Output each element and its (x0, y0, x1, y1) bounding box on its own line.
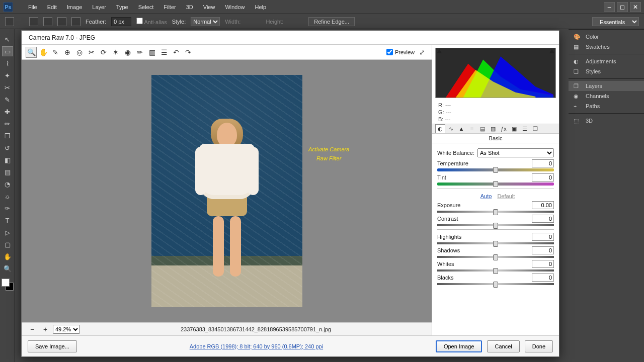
move-tool-icon[interactable]: ↖ (2, 34, 13, 44)
blacks-input[interactable] (532, 274, 554, 282)
pen-tool-icon[interactable]: ✑ (2, 203, 13, 213)
cr-rotate-cw-icon[interactable]: ↷ (183, 47, 194, 58)
tab-detail-icon[interactable]: ▲ (456, 124, 466, 133)
highlight-clip-icon[interactable] (549, 49, 554, 53)
healing-tool-icon[interactable]: ✚ (2, 107, 13, 117)
shape-tool-icon[interactable]: ▢ (2, 239, 13, 249)
eraser-tool-icon[interactable]: ◧ (2, 155, 13, 165)
cr-prefs-tool-icon[interactable]: ☰ (158, 47, 170, 58)
preview-checkbox[interactable] (386, 49, 393, 55)
feather-input[interactable] (111, 17, 131, 26)
temperature-slider[interactable] (437, 168, 554, 171)
open-image-button[interactable]: Open Image (436, 340, 482, 352)
new-selection-icon[interactable] (29, 17, 38, 26)
marquee-tool-icon[interactable] (5, 17, 14, 26)
default-link[interactable]: Default (497, 193, 515, 199)
tab-camera-icon[interactable]: ▣ (509, 124, 519, 133)
menu-filter[interactable]: Filter (158, 0, 181, 14)
cr-grad-filter-icon[interactable]: ▥ (146, 47, 157, 58)
panel-channels[interactable]: ◉Channels (569, 91, 644, 101)
blur-tool-icon[interactable]: ◔ (2, 179, 13, 189)
contrast-input[interactable] (532, 215, 554, 223)
antialias-checkbox[interactable] (136, 18, 143, 24)
auto-link[interactable]: Auto (480, 193, 492, 199)
temperature-input[interactable] (532, 159, 554, 167)
dodge-tool-icon[interactable]: ☼ (2, 191, 13, 201)
menu-file[interactable]: File (23, 0, 42, 14)
tint-input[interactable] (532, 173, 554, 182)
blacks-slider[interactable] (437, 283, 554, 285)
menu-select[interactable]: Select (133, 0, 159, 14)
cr-zoom-tool-icon[interactable]: 🔍 (26, 47, 37, 58)
marquee-rect-tool-icon[interactable]: ▭ (2, 46, 13, 56)
menu-view[interactable]: View (198, 0, 220, 14)
save-image-button[interactable]: Save Image... (28, 340, 77, 352)
window-maximize-button[interactable]: ◻ (617, 2, 628, 12)
panel-styles[interactable]: ❏Styles (569, 66, 644, 76)
cr-color-sampler-icon[interactable]: ⊕ (62, 47, 73, 58)
panel-3d[interactable]: ⬚3D (569, 116, 644, 126)
window-close-button[interactable]: ✕ (630, 2, 641, 12)
path-select-tool-icon[interactable]: ▷ (2, 227, 13, 237)
color-swatches[interactable] (2, 279, 14, 291)
done-button[interactable]: Done (525, 340, 553, 352)
cr-wb-tool-icon[interactable]: ✎ (50, 47, 61, 58)
cr-redeye-tool-icon[interactable]: ◉ (122, 47, 133, 58)
zoom-out-button[interactable]: − (27, 324, 38, 335)
tab-lens-icon[interactable]: ▥ (488, 124, 498, 133)
shadows-input[interactable] (532, 246, 554, 254)
style-select[interactable]: Normal (191, 17, 220, 26)
window-minimize-button[interactable]: – (604, 2, 615, 12)
tab-curve-icon[interactable]: ∿ (446, 124, 456, 133)
panel-layers[interactable]: ❐Layers (569, 81, 644, 91)
highlights-input[interactable] (532, 233, 554, 241)
menu-layer[interactable]: Layer (87, 0, 111, 14)
panel-adjustments[interactable]: ◐Adjustments (569, 56, 644, 66)
cr-crop-tool-icon[interactable]: ✂ (86, 47, 97, 58)
highlights-slider[interactable] (437, 242, 554, 244)
history-brush-tool-icon[interactable]: ↺ (2, 143, 13, 153)
stamp-tool-icon[interactable]: ❒ (2, 131, 13, 141)
crop-tool-icon[interactable]: ✂ (2, 82, 13, 93)
cr-straighten-tool-icon[interactable]: ⟳ (98, 47, 109, 58)
refine-edge-button[interactable]: Refine Edge... (308, 17, 355, 26)
menu-3d[interactable]: 3D (181, 0, 198, 14)
menu-image[interactable]: Image (62, 0, 88, 14)
zoom-in-button[interactable]: + (40, 324, 51, 335)
preview-canvas[interactable]: Activate Camera Raw Filter (22, 60, 432, 322)
whites-slider[interactable] (437, 269, 554, 272)
whites-input[interactable] (532, 260, 554, 268)
tab-basic-icon[interactable]: ◐ (435, 124, 445, 133)
workflow-link[interactable]: Adobe RGB (1998); 8 bit; 640 by 960 (0.6… (190, 343, 323, 349)
exposure-input[interactable] (532, 201, 554, 209)
menu-type[interactable]: Type (111, 0, 133, 14)
tab-snapshots-icon[interactable]: ❐ (530, 124, 540, 133)
text-tool-icon[interactable]: T (2, 215, 13, 225)
panel-swatches[interactable]: ▦Swatches (569, 42, 644, 52)
shadows-slider[interactable] (437, 256, 554, 258)
panel-paths[interactable]: ⌁Paths (569, 101, 644, 111)
menu-edit[interactable]: Edit (42, 0, 62, 14)
cr-hand-tool-icon[interactable]: ✋ (38, 47, 49, 58)
cr-targeted-adjust-icon[interactable]: ◎ (74, 47, 85, 58)
fullscreen-toggle-icon[interactable]: ⤢ (417, 47, 428, 58)
eyedropper-tool-icon[interactable]: ✎ (2, 95, 13, 105)
tab-fx-icon[interactable]: ƒx (499, 124, 509, 133)
brush-tool-icon[interactable]: ✏ (2, 119, 13, 129)
quick-select-tool-icon[interactable]: ✦ (2, 70, 13, 80)
workspace-select[interactable]: Essentials (592, 17, 639, 26)
shadow-clip-icon[interactable] (437, 49, 442, 53)
panel-color[interactable]: 🎨Color (569, 32, 644, 42)
exposure-slider[interactable] (437, 211, 554, 213)
subtract-selection-icon[interactable] (57, 17, 66, 26)
wb-select[interactable]: As Shot (477, 148, 554, 157)
cr-spot-removal-icon[interactable]: ✶ (110, 47, 121, 58)
menu-window[interactable]: Window (220, 0, 250, 14)
tab-presets-icon[interactable]: ☰ (520, 124, 530, 133)
tab-hsl-icon[interactable]: ≡ (467, 124, 477, 133)
gradient-tool-icon[interactable]: ▤ (2, 167, 13, 177)
tab-split-icon[interactable]: ▤ (477, 124, 488, 133)
add-selection-icon[interactable] (43, 17, 52, 26)
intersect-selection-icon[interactable] (71, 17, 80, 26)
cr-rotate-ccw-icon[interactable]: ↶ (171, 47, 182, 58)
